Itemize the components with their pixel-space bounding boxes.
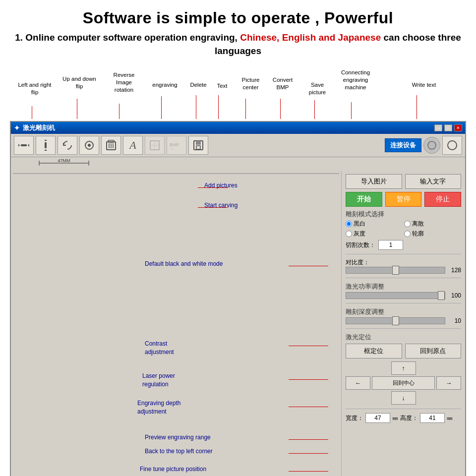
divider1 bbox=[346, 254, 461, 254]
minimize-button[interactable]: ─ bbox=[434, 124, 442, 131]
convert-bmp-btn[interactable]: BMP→ bbox=[167, 136, 186, 155]
ann-topleft-label: Back to the top left corner bbox=[145, 448, 213, 455]
mode-bw[interactable]: 黑白 bbox=[346, 220, 403, 228]
ann-default-mode-label: Default black and white mode bbox=[145, 260, 223, 267]
position-section: 激光定位 框定位 回到原点 bbox=[346, 333, 461, 358]
mode-gray-label: 灰度 bbox=[354, 230, 365, 238]
text-btn[interactable]: A bbox=[123, 136, 143, 155]
contrast-value: 128 bbox=[447, 267, 461, 274]
titlebar-left: ✦ 激光雕刻机 bbox=[14, 123, 55, 132]
mm2: ㎜ bbox=[447, 414, 453, 422]
window-icon: ✦ bbox=[14, 124, 20, 132]
svg-text:→: → bbox=[170, 147, 174, 151]
depth-slider[interactable] bbox=[346, 317, 445, 324]
ann-laser-power-label: Laser powerregulation bbox=[142, 372, 175, 389]
write-text-btn[interactable] bbox=[442, 136, 462, 155]
mode-outline-label: 轮廓 bbox=[412, 230, 424, 238]
ann-contrast-label: Contrastadjustment bbox=[145, 340, 174, 357]
ann-arrow-bmp bbox=[280, 99, 281, 119]
ann-reverse: ReverseImagerotation bbox=[104, 71, 144, 94]
ann-arrow-write-text bbox=[416, 95, 417, 119]
mode-outline-radio[interactable] bbox=[404, 231, 411, 237]
picture-center-btn[interactable] bbox=[145, 136, 165, 155]
ann-picture-center: Picturecenter bbox=[235, 76, 267, 91]
maximize-button[interactable]: □ bbox=[444, 124, 452, 131]
mode-section: 雕刻模式选择 黑白 离散 bbox=[346, 210, 461, 250]
ann-default-mode-line bbox=[289, 266, 328, 266]
ann-convert-bmp: ConvertBMP bbox=[268, 76, 298, 91]
left-right-flip-btn[interactable] bbox=[14, 136, 34, 155]
mode-gray[interactable]: 灰度 bbox=[346, 230, 403, 238]
laser-slider-row: 100 bbox=[346, 292, 461, 299]
toolbar: A BMP→ 连接设备 bbox=[11, 134, 465, 157]
height-label: 高度： bbox=[400, 414, 418, 422]
laser-power-value: 100 bbox=[447, 292, 461, 299]
width-label: 宽度： bbox=[346, 414, 363, 422]
import-picture-btn[interactable]: 导入图片 bbox=[346, 174, 402, 189]
divider4 bbox=[346, 328, 461, 329]
nav-down-btn[interactable]: ↓ bbox=[391, 391, 416, 405]
svg-rect-1 bbox=[45, 142, 47, 148]
width-input[interactable] bbox=[365, 413, 390, 423]
reverse-rotation-btn[interactable] bbox=[58, 136, 77, 155]
titlebar: ✦ 激光雕刻机 ─ □ ✕ bbox=[11, 122, 465, 134]
position-btns-row: 框定位 回到原点 bbox=[346, 344, 461, 358]
canvas-image bbox=[156, 173, 231, 174]
mode-bw-radio[interactable] bbox=[346, 221, 352, 227]
svg-point-3 bbox=[88, 144, 91, 147]
software-window: ✦ 激光雕刻机 ─ □ ✕ bbox=[10, 121, 466, 476]
ann-left-right-flip: Left and rightflip bbox=[17, 81, 52, 96]
ann-arrow-delete bbox=[196, 95, 196, 119]
stop-btn[interactable]: 停止 bbox=[424, 192, 461, 207]
laser-power-slider[interactable] bbox=[346, 292, 445, 299]
nav-left-btn[interactable]: ← bbox=[346, 376, 370, 390]
canvas-wrapper: Add pictures Start carving Default black… bbox=[11, 171, 341, 476]
nav-right-btn[interactable]: → bbox=[436, 376, 461, 390]
pause-btn[interactable]: 暂停 bbox=[385, 192, 422, 207]
mode-outline[interactable]: 轮廓 bbox=[404, 230, 461, 238]
mode-scatter-radio[interactable] bbox=[404, 221, 411, 227]
ann-arrow-engraving bbox=[161, 96, 162, 119]
ann-text: Text bbox=[212, 82, 232, 90]
return-center-btn[interactable]: 回到中心 bbox=[372, 376, 435, 390]
ann-finetune-label: Fine tune picture position bbox=[140, 466, 206, 473]
ann-laser-power-line bbox=[289, 379, 328, 380]
svg-line-23 bbox=[183, 173, 193, 174]
right-panel: 导入图片 输入文字 开始 暂停 停止 雕刻模式选择 bbox=[341, 171, 465, 476]
ann-start-carving-line bbox=[198, 207, 228, 208]
mm1: ㎜ bbox=[392, 414, 398, 422]
svg-point-18 bbox=[448, 141, 457, 150]
save-picture-btn[interactable] bbox=[188, 136, 208, 155]
nav-mid-row: ← 回到中心 → bbox=[346, 376, 461, 390]
nav-up-btn[interactable]: ↑ bbox=[391, 361, 416, 375]
frame-btn[interactable]: 框定位 bbox=[346, 344, 402, 358]
ann-arrow-up-down bbox=[77, 99, 77, 119]
close-button[interactable]: ✕ bbox=[454, 124, 462, 131]
mode-gray-radio[interactable] bbox=[346, 231, 352, 237]
depth-slider-row: 10 bbox=[346, 317, 461, 324]
mode-scatter[interactable]: 离散 bbox=[404, 220, 461, 228]
connect-device-btn[interactable]: 连接设备 bbox=[385, 138, 421, 152]
circle-btn[interactable] bbox=[423, 137, 440, 154]
ann-save-picture: Savepicture bbox=[302, 81, 332, 96]
depth-section: 雕刻深度调整 10 bbox=[346, 307, 461, 324]
contrast-slider[interactable] bbox=[346, 267, 445, 274]
height-input[interactable] bbox=[420, 413, 445, 423]
canvas-area[interactable]: 41 bbox=[13, 173, 339, 174]
delete-btn[interactable] bbox=[101, 136, 121, 155]
cut-times-input[interactable] bbox=[378, 240, 403, 250]
canvas-image-box bbox=[150, 173, 237, 174]
engraving-btn[interactable] bbox=[79, 136, 99, 155]
ann-arrow-reverse bbox=[119, 104, 119, 119]
svg-rect-0 bbox=[21, 144, 27, 146]
svg-line-24 bbox=[193, 173, 203, 174]
up-down-flip-btn[interactable] bbox=[36, 136, 56, 155]
return-origin-btn[interactable]: 回到原点 bbox=[405, 344, 462, 358]
main-title: Software is simple to operate , Powerful bbox=[10, 9, 466, 27]
input-text-btn[interactable]: 输入文字 bbox=[405, 174, 462, 189]
start-btn[interactable]: 开始 bbox=[346, 192, 382, 207]
ann-contrast-line bbox=[289, 346, 328, 346]
ann-arrow-text bbox=[218, 95, 219, 119]
divider2 bbox=[346, 278, 461, 278]
divider3 bbox=[346, 303, 461, 303]
